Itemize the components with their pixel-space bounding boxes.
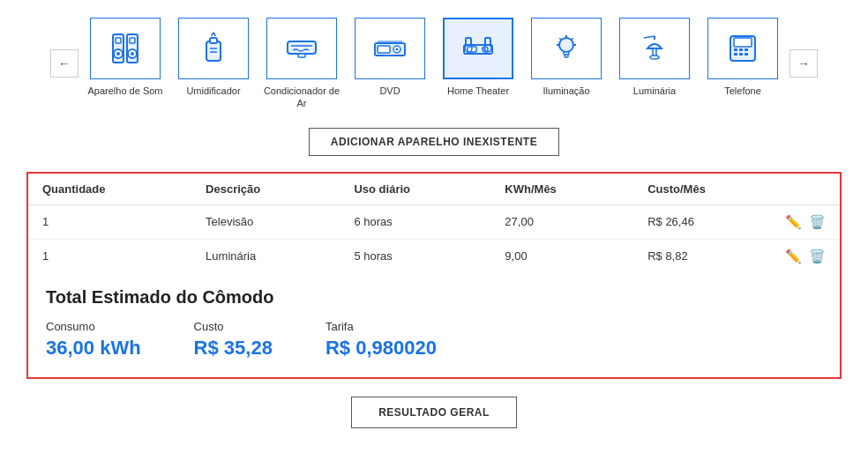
device-icon-home-theater	[443, 18, 513, 79]
row1-descricao: Televisão	[191, 204, 340, 239]
svg-point-28	[559, 38, 573, 52]
carousel-row: ← Aparelho de Som	[26, 18, 842, 110]
device-icon-telefone	[707, 18, 778, 79]
custo-value: R$ 35,28	[194, 337, 273, 360]
row1-actions: ✏️ 🗑️	[785, 214, 826, 230]
table-header-row: Quantidade Descrição Uso diário KWh/Mês …	[28, 174, 840, 205]
main-box: Quantidade Descrição Uso diário KWh/Mês …	[26, 172, 842, 379]
delete-icon-row2[interactable]: 🗑️	[809, 249, 826, 264]
device-label-condicionador: Condicionador de Ar	[262, 85, 341, 110]
tarifa-label: Tarifa	[326, 320, 437, 333]
device-icon-iluminacao	[531, 18, 602, 79]
device-label-umidificador: Umidificador	[186, 85, 240, 97]
device-label-iluminacao: Iluminação	[542, 85, 589, 97]
device-dvd[interactable]: DVD	[350, 18, 430, 97]
device-label-aparelho-som: Aparelho de Som	[88, 85, 163, 97]
col-descricao: Descrição	[191, 174, 340, 205]
prev-arrow[interactable]: ←	[50, 49, 79, 78]
devices-list: Aparelho de Som Umidificador	[86, 18, 782, 110]
result-btn-row: RESULTADO GERAL	[26, 397, 842, 428]
result-button[interactable]: RESULTADO GERAL	[351, 397, 517, 428]
svg-rect-7	[130, 38, 135, 43]
tarifa-value: R$ 0,980020	[326, 337, 437, 360]
edit-icon-row2[interactable]: ✏️	[785, 249, 802, 264]
svg-rect-14	[298, 54, 305, 57]
add-device-button[interactable]: ADICIONAR APARELHO INEXISTENTE	[309, 128, 559, 156]
svg-rect-41	[739, 53, 743, 56]
row1-kwh-mes: 27,00	[490, 204, 633, 239]
row2-uso-diario: 5 horas	[340, 239, 490, 273]
device-aparelho-som[interactable]: Aparelho de Som	[86, 18, 165, 97]
svg-point-6	[131, 52, 134, 56]
svg-rect-37	[734, 48, 737, 51]
col-custo-mes: Custo/Mês	[633, 174, 840, 205]
svg-point-32	[650, 56, 659, 59]
consumo-label: Consumo	[46, 320, 141, 333]
devices-table: Quantidade Descrição Uso diário KWh/Mês …	[28, 174, 840, 273]
row2-actions: ✏️ 🗑️	[785, 249, 826, 264]
svg-line-34	[644, 36, 655, 38]
device-label-home-theater: Home Theater	[447, 85, 509, 97]
device-label-luminaria: Luminária	[633, 85, 676, 97]
svg-rect-9	[210, 38, 217, 43]
device-label-telefone: Telefone	[724, 85, 761, 97]
svg-rect-36	[734, 38, 752, 47]
summary-tarifa: Tarifa R$ 0,980020	[326, 320, 437, 360]
device-luminaria[interactable]: Luminária	[615, 18, 694, 97]
summary-custo: Custo R$ 35,28	[194, 320, 273, 360]
svg-rect-16	[378, 46, 390, 53]
device-icon-condicionador-ar	[266, 18, 337, 79]
col-uso-diario: Uso diário	[340, 174, 490, 205]
svg-rect-30	[565, 55, 568, 57]
row2-custo-mes: R$ 8,82 ✏️ 🗑️	[633, 239, 840, 273]
svg-rect-42	[745, 53, 748, 56]
svg-rect-12	[288, 41, 316, 54]
device-telefone[interactable]: Telefone	[703, 18, 782, 97]
device-icon-aparelho-som	[90, 18, 161, 79]
device-home-theater[interactable]: Home Theater	[438, 18, 518, 97]
row2-kwh-mes: 9,00	[490, 239, 633, 273]
delete-icon-row1[interactable]: 🗑️	[809, 214, 826, 230]
row1-uso-diario: 6 horas	[340, 204, 490, 239]
svg-rect-3	[116, 38, 121, 43]
table-row: 1 Televisão 6 horas 27,00 R$ 26,46 ✏️ 🗑️	[28, 204, 840, 239]
svg-rect-38	[739, 48, 743, 51]
device-icon-umidificador	[178, 18, 249, 79]
device-umidificador[interactable]: Umidificador	[174, 18, 253, 97]
next-arrow[interactable]: →	[789, 49, 818, 78]
edit-icon-row1[interactable]: ✏️	[785, 214, 802, 230]
device-icon-luminaria	[619, 18, 690, 79]
device-iluminacao[interactable]: Iluminação	[527, 18, 606, 97]
summary-row: Consumo 36,00 kWh Custo R$ 35,28 Tarifa …	[46, 320, 822, 360]
row1-quantidade: 1	[28, 204, 191, 239]
row2-quantidade: 1	[28, 239, 191, 273]
svg-point-2	[116, 52, 120, 56]
col-kwh-mes: KWh/Mês	[490, 174, 633, 205]
svg-rect-8	[206, 41, 221, 61]
custo-label: Custo	[194, 320, 273, 333]
svg-rect-39	[745, 48, 748, 51]
summary-title: Total Estimado do Cômodo	[46, 287, 822, 308]
svg-rect-40	[734, 53, 737, 56]
table-row: 1 Luminária 5 horas 9,00 R$ 8,82 ✏️ 🗑️	[28, 239, 840, 273]
device-condicionador-ar[interactable]: Condicionador de Ar	[262, 18, 341, 110]
page-container: ← Aparelho de Som	[0, 0, 868, 460]
svg-rect-24	[466, 38, 471, 45]
summary-consumo: Consumo 36,00 kWh	[46, 320, 141, 360]
svg-rect-26	[485, 38, 490, 45]
row2-descricao: Luminária	[191, 239, 340, 273]
col-quantidade: Quantidade	[28, 174, 191, 205]
summary-section: Total Estimado do Cômodo Consumo 36,00 k…	[28, 273, 840, 360]
device-icon-dvd	[355, 18, 425, 79]
consumo-value: 36,00 kWh	[46, 337, 141, 360]
add-btn-row: ADICIONAR APARELHO INEXISTENTE	[26, 128, 842, 156]
row1-custo-mes: R$ 26,46 ✏️ 🗑️	[633, 204, 840, 239]
svg-point-18	[396, 48, 399, 51]
device-label-dvd: DVD	[379, 85, 400, 97]
